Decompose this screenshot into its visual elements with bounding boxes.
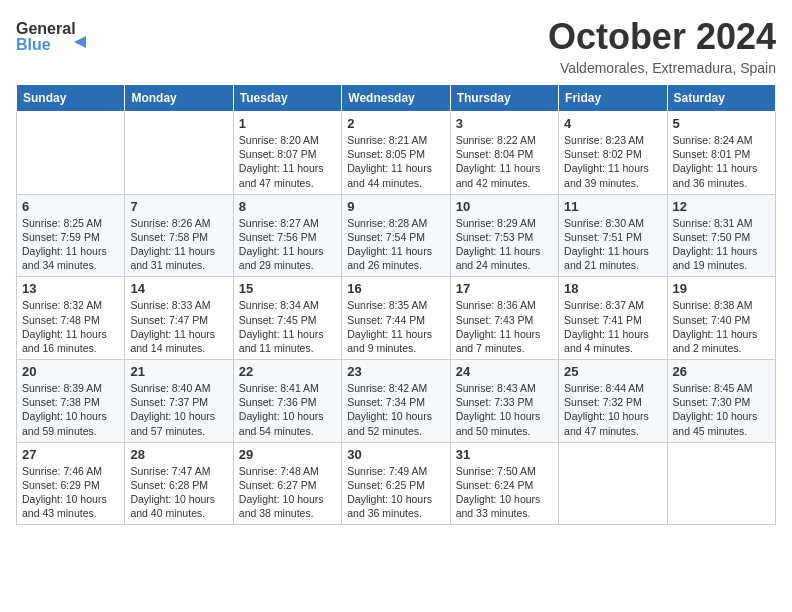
calendar-cell: 26Sunrise: 8:45 AMSunset: 7:30 PMDayligh… <box>667 360 775 443</box>
day-info: Sunrise: 8:37 AMSunset: 7:41 PMDaylight:… <box>564 298 661 355</box>
day-number: 13 <box>22 281 119 296</box>
day-info: Sunrise: 7:48 AMSunset: 6:27 PMDaylight:… <box>239 464 336 521</box>
day-info: Sunrise: 8:27 AMSunset: 7:56 PMDaylight:… <box>239 216 336 273</box>
day-info: Sunrise: 8:39 AMSunset: 7:38 PMDaylight:… <box>22 381 119 438</box>
day-number: 26 <box>673 364 770 379</box>
weekday-wednesday: Wednesday <box>342 85 450 112</box>
calendar-cell: 22Sunrise: 8:41 AMSunset: 7:36 PMDayligh… <box>233 360 341 443</box>
logo-svg: General Blue <box>16 16 96 58</box>
day-number: 31 <box>456 447 553 462</box>
calendar-cell: 13Sunrise: 8:32 AMSunset: 7:48 PMDayligh… <box>17 277 125 360</box>
calendar-cell: 20Sunrise: 8:39 AMSunset: 7:38 PMDayligh… <box>17 360 125 443</box>
day-info: Sunrise: 8:42 AMSunset: 7:34 PMDaylight:… <box>347 381 444 438</box>
day-number: 2 <box>347 116 444 131</box>
day-info: Sunrise: 8:38 AMSunset: 7:40 PMDaylight:… <box>673 298 770 355</box>
day-number: 30 <box>347 447 444 462</box>
day-info: Sunrise: 8:29 AMSunset: 7:53 PMDaylight:… <box>456 216 553 273</box>
day-info: Sunrise: 8:41 AMSunset: 7:36 PMDaylight:… <box>239 381 336 438</box>
svg-text:General: General <box>16 20 76 37</box>
day-info: Sunrise: 8:20 AMSunset: 8:07 PMDaylight:… <box>239 133 336 190</box>
day-info: Sunrise: 8:36 AMSunset: 7:43 PMDaylight:… <box>456 298 553 355</box>
day-info: Sunrise: 7:49 AMSunset: 6:25 PMDaylight:… <box>347 464 444 521</box>
day-number: 8 <box>239 199 336 214</box>
day-number: 7 <box>130 199 227 214</box>
day-info: Sunrise: 7:46 AMSunset: 6:29 PMDaylight:… <box>22 464 119 521</box>
calendar-cell: 19Sunrise: 8:38 AMSunset: 7:40 PMDayligh… <box>667 277 775 360</box>
calendar-cell: 3Sunrise: 8:22 AMSunset: 8:04 PMDaylight… <box>450 112 558 195</box>
calendar-cell: 11Sunrise: 8:30 AMSunset: 7:51 PMDayligh… <box>559 194 667 277</box>
calendar-cell: 9Sunrise: 8:28 AMSunset: 7:54 PMDaylight… <box>342 194 450 277</box>
calendar-week-4: 20Sunrise: 8:39 AMSunset: 7:38 PMDayligh… <box>17 360 776 443</box>
day-info: Sunrise: 8:35 AMSunset: 7:44 PMDaylight:… <box>347 298 444 355</box>
calendar-table: SundayMondayTuesdayWednesdayThursdayFrid… <box>16 84 776 525</box>
title-block: October 2024 Valdemorales, Extremadura, … <box>548 16 776 76</box>
month-title: October 2024 <box>548 16 776 58</box>
logo: General Blue <box>16 16 96 58</box>
calendar-cell: 28Sunrise: 7:47 AMSunset: 6:28 PMDayligh… <box>125 442 233 525</box>
day-number: 23 <box>347 364 444 379</box>
calendar-week-3: 13Sunrise: 8:32 AMSunset: 7:48 PMDayligh… <box>17 277 776 360</box>
calendar-cell <box>667 442 775 525</box>
day-info: Sunrise: 8:24 AMSunset: 8:01 PMDaylight:… <box>673 133 770 190</box>
day-number: 12 <box>673 199 770 214</box>
location-subtitle: Valdemorales, Extremadura, Spain <box>548 60 776 76</box>
calendar-cell: 8Sunrise: 8:27 AMSunset: 7:56 PMDaylight… <box>233 194 341 277</box>
calendar-header: SundayMondayTuesdayWednesdayThursdayFrid… <box>17 85 776 112</box>
day-info: Sunrise: 8:28 AMSunset: 7:54 PMDaylight:… <box>347 216 444 273</box>
calendar-cell: 17Sunrise: 8:36 AMSunset: 7:43 PMDayligh… <box>450 277 558 360</box>
calendar-week-5: 27Sunrise: 7:46 AMSunset: 6:29 PMDayligh… <box>17 442 776 525</box>
weekday-monday: Monday <box>125 85 233 112</box>
day-info: Sunrise: 8:43 AMSunset: 7:33 PMDaylight:… <box>456 381 553 438</box>
calendar-cell: 18Sunrise: 8:37 AMSunset: 7:41 PMDayligh… <box>559 277 667 360</box>
calendar-cell: 7Sunrise: 8:26 AMSunset: 7:58 PMDaylight… <box>125 194 233 277</box>
calendar-cell: 5Sunrise: 8:24 AMSunset: 8:01 PMDaylight… <box>667 112 775 195</box>
day-number: 21 <box>130 364 227 379</box>
day-number: 10 <box>456 199 553 214</box>
day-number: 14 <box>130 281 227 296</box>
calendar-cell: 6Sunrise: 8:25 AMSunset: 7:59 PMDaylight… <box>17 194 125 277</box>
day-info: Sunrise: 8:31 AMSunset: 7:50 PMDaylight:… <box>673 216 770 273</box>
page-header: General Blue October 2024 Valdemorales, … <box>16 16 776 76</box>
day-info: Sunrise: 8:40 AMSunset: 7:37 PMDaylight:… <box>130 381 227 438</box>
weekday-thursday: Thursday <box>450 85 558 112</box>
calendar-cell: 4Sunrise: 8:23 AMSunset: 8:02 PMDaylight… <box>559 112 667 195</box>
day-info: Sunrise: 8:25 AMSunset: 7:59 PMDaylight:… <box>22 216 119 273</box>
day-number: 1 <box>239 116 336 131</box>
day-number: 22 <box>239 364 336 379</box>
weekday-friday: Friday <box>559 85 667 112</box>
day-number: 6 <box>22 199 119 214</box>
day-info: Sunrise: 8:23 AMSunset: 8:02 PMDaylight:… <box>564 133 661 190</box>
calendar-cell <box>559 442 667 525</box>
day-info: Sunrise: 8:26 AMSunset: 7:58 PMDaylight:… <box>130 216 227 273</box>
calendar-cell: 27Sunrise: 7:46 AMSunset: 6:29 PMDayligh… <box>17 442 125 525</box>
calendar-week-1: 1Sunrise: 8:20 AMSunset: 8:07 PMDaylight… <box>17 112 776 195</box>
calendar-cell: 21Sunrise: 8:40 AMSunset: 7:37 PMDayligh… <box>125 360 233 443</box>
weekday-tuesday: Tuesday <box>233 85 341 112</box>
calendar-body: 1Sunrise: 8:20 AMSunset: 8:07 PMDaylight… <box>17 112 776 525</box>
calendar-cell: 29Sunrise: 7:48 AMSunset: 6:27 PMDayligh… <box>233 442 341 525</box>
svg-marker-2 <box>74 36 86 48</box>
day-info: Sunrise: 8:33 AMSunset: 7:47 PMDaylight:… <box>130 298 227 355</box>
calendar-cell <box>125 112 233 195</box>
day-info: Sunrise: 8:21 AMSunset: 8:05 PMDaylight:… <box>347 133 444 190</box>
day-number: 19 <box>673 281 770 296</box>
svg-text:Blue: Blue <box>16 36 51 53</box>
weekday-header-row: SundayMondayTuesdayWednesdayThursdayFrid… <box>17 85 776 112</box>
day-info: Sunrise: 8:45 AMSunset: 7:30 PMDaylight:… <box>673 381 770 438</box>
calendar-cell: 31Sunrise: 7:50 AMSunset: 6:24 PMDayligh… <box>450 442 558 525</box>
day-number: 24 <box>456 364 553 379</box>
calendar-cell: 25Sunrise: 8:44 AMSunset: 7:32 PMDayligh… <box>559 360 667 443</box>
day-number: 17 <box>456 281 553 296</box>
day-number: 9 <box>347 199 444 214</box>
calendar-cell: 10Sunrise: 8:29 AMSunset: 7:53 PMDayligh… <box>450 194 558 277</box>
day-info: Sunrise: 8:32 AMSunset: 7:48 PMDaylight:… <box>22 298 119 355</box>
calendar-cell: 23Sunrise: 8:42 AMSunset: 7:34 PMDayligh… <box>342 360 450 443</box>
day-number: 16 <box>347 281 444 296</box>
calendar-cell: 2Sunrise: 8:21 AMSunset: 8:05 PMDaylight… <box>342 112 450 195</box>
calendar-cell: 16Sunrise: 8:35 AMSunset: 7:44 PMDayligh… <box>342 277 450 360</box>
calendar-cell: 24Sunrise: 8:43 AMSunset: 7:33 PMDayligh… <box>450 360 558 443</box>
calendar-cell <box>17 112 125 195</box>
day-number: 27 <box>22 447 119 462</box>
day-info: Sunrise: 8:34 AMSunset: 7:45 PMDaylight:… <box>239 298 336 355</box>
calendar-cell: 1Sunrise: 8:20 AMSunset: 8:07 PMDaylight… <box>233 112 341 195</box>
